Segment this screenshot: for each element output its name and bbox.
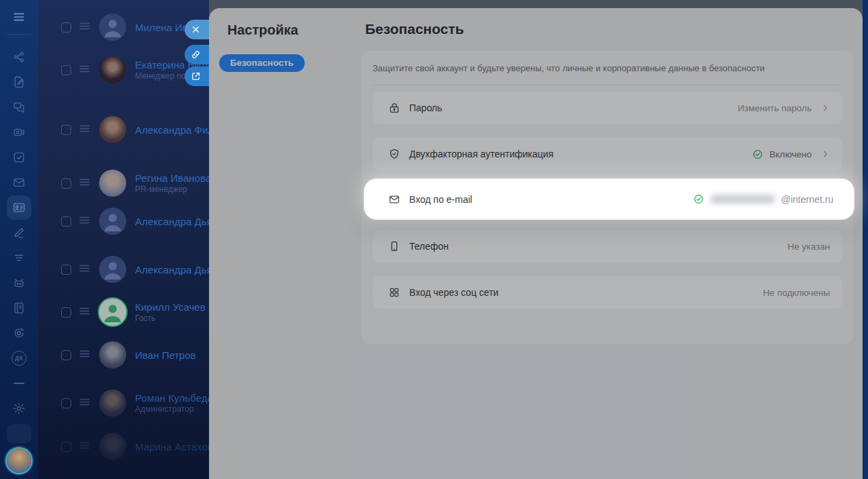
menu-icon[interactable] xyxy=(12,10,26,24)
check-circle-icon xyxy=(693,193,704,205)
drag-handle-icon[interactable] xyxy=(78,214,91,229)
drag-handle-icon[interactable] xyxy=(78,122,91,138)
tasks-icon[interactable] xyxy=(7,145,31,170)
person-name: Кирилл Усачев xyxy=(135,301,206,313)
person-subtitle: PR-менеджер xyxy=(135,185,209,195)
drag-handle-icon[interactable] xyxy=(78,62,91,78)
pen-icon[interactable] xyxy=(7,221,31,245)
person-subtitle: Гость xyxy=(135,313,206,324)
share-icon[interactable] xyxy=(7,45,31,69)
feed-icon[interactable] xyxy=(7,246,31,270)
rail-nav: ДК xyxy=(0,45,38,446)
bot-icon[interactable] xyxy=(7,271,31,295)
list-item[interactable]: Роман КульбедаАдминистратор xyxy=(38,384,209,422)
promo-button[interactable] xyxy=(7,421,31,446)
row-checkbox[interactable] xyxy=(61,350,71,360)
avatar xyxy=(99,14,126,41)
mail-icon[interactable] xyxy=(7,170,31,195)
list-item[interactable]: Екатерина БуффеМенеджер по внеш xyxy=(38,51,209,89)
person-subtitle: Администратор xyxy=(135,404,209,415)
drag-handle-icon[interactable] xyxy=(78,305,91,320)
list-item[interactable]: Регина ИвановаPR-менеджер xyxy=(38,164,209,202)
email-domain: @internet.ru xyxy=(781,194,833,205)
contacts-icon[interactable] xyxy=(7,195,31,220)
list-item[interactable]: Александра Дьяченко xyxy=(38,250,209,288)
person-name: Марина Астахова xyxy=(135,440,209,453)
row-checkbox[interactable] xyxy=(61,178,71,189)
person-name: Регина Иванова xyxy=(135,172,209,185)
link-icon xyxy=(191,50,201,60)
dk-badge-label: ДК xyxy=(12,351,26,366)
row-checkbox[interactable] xyxy=(61,442,71,452)
avatar xyxy=(99,433,126,460)
list-item[interactable]: Александра Филина xyxy=(38,111,209,149)
drag-handle-icon[interactable] xyxy=(78,176,91,191)
video-icon[interactable] xyxy=(7,120,31,145)
app-rail: ДК xyxy=(0,0,38,479)
chats-icon[interactable] xyxy=(7,95,31,119)
row-checkbox[interactable] xyxy=(61,216,71,227)
drag-handle-icon[interactable] xyxy=(78,347,91,363)
row-checkbox[interactable] xyxy=(61,307,71,318)
settings-drawer: Настройка Безопасность Безопасность Защи… xyxy=(209,8,863,479)
target-icon[interactable] xyxy=(7,321,31,345)
list-item[interactable]: Иван Петров xyxy=(38,336,209,374)
list-item[interactable]: Кирилл УсачевГость xyxy=(38,293,209,331)
row-label: Вход по e-mail xyxy=(409,194,472,205)
close-icon xyxy=(191,24,201,35)
open-external-icon xyxy=(191,71,201,81)
rail-divider xyxy=(7,34,31,35)
avatar xyxy=(99,170,126,197)
row-checkbox[interactable] xyxy=(61,398,71,408)
avatar xyxy=(99,56,126,83)
row-checkbox[interactable] xyxy=(61,65,71,75)
avatar xyxy=(99,299,126,326)
row-checkbox[interactable] xyxy=(61,265,71,275)
settings-gear-icon[interactable] xyxy=(7,396,31,421)
avatar xyxy=(99,389,126,417)
avatar xyxy=(99,116,126,143)
avatar xyxy=(99,341,126,368)
list-item[interactable]: Александра Дьяченко xyxy=(38,202,209,240)
dk-badge[interactable]: ДК xyxy=(7,346,31,370)
app-window: ДК Милена Ивлева Екатерина БуффеМенеджер… xyxy=(0,0,868,479)
avatar xyxy=(99,208,126,235)
list-item[interactable]: Милена Ивлева xyxy=(38,8,209,46)
drag-handle-icon[interactable] xyxy=(78,262,91,277)
backdrop-right-strip xyxy=(863,0,868,479)
collapse-dash[interactable] xyxy=(7,371,31,396)
person-name: Роман Кульбеда xyxy=(135,391,209,404)
drag-handle-icon[interactable] xyxy=(78,20,91,35)
people-list: Милена Ивлева Екатерина БуффеМенеджер по… xyxy=(38,0,209,479)
drag-handle-icon[interactable] xyxy=(78,439,91,455)
person-name: Иван Петров xyxy=(135,349,196,362)
doc-edit-icon[interactable] xyxy=(7,70,31,94)
row-checkbox[interactable] xyxy=(61,22,71,33)
person-name: Александра Филина xyxy=(135,123,209,136)
notes-icon[interactable] xyxy=(7,296,31,320)
profile-avatar[interactable] xyxy=(7,448,31,473)
list-item[interactable]: Марина Астахова xyxy=(38,427,209,465)
dim-overlay xyxy=(209,8,863,479)
person-name: Александра Дьяченко xyxy=(135,215,209,228)
row-email-login-spotlight[interactable]: Вход по e-mail @internet.ru xyxy=(364,179,854,219)
avatar xyxy=(99,256,126,283)
redacted-email-username xyxy=(711,195,775,204)
drag-handle-icon[interactable] xyxy=(78,396,91,411)
row-checkbox[interactable] xyxy=(61,125,71,135)
mail-icon xyxy=(388,193,400,206)
person-name: Александра Дьяченко xyxy=(135,263,209,276)
